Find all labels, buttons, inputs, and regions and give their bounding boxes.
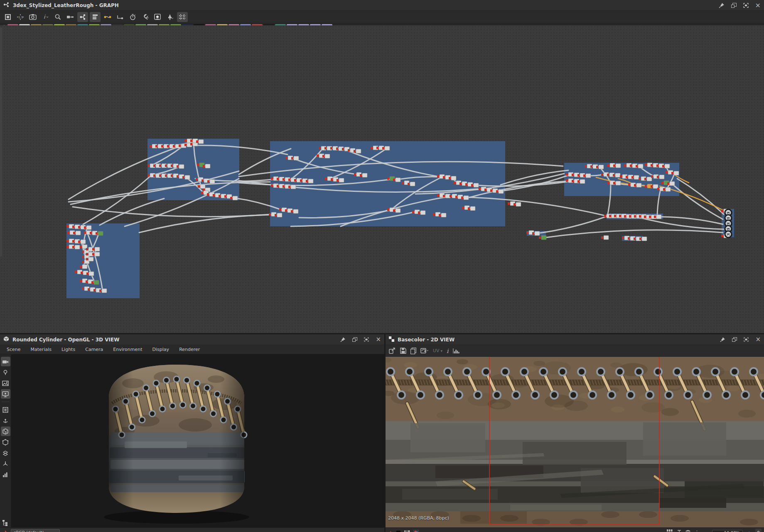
geometry-cube-icon[interactable] — [1, 437, 10, 447]
maximize-icon[interactable] — [364, 337, 369, 342]
graph-node[interactable] — [670, 181, 675, 186]
maximize-icon[interactable] — [744, 337, 749, 342]
zoom-in-button[interactable]: + — [747, 530, 751, 532]
graph-node[interactable] — [200, 184, 205, 189]
info-icon[interactable]: i — [447, 348, 448, 354]
zoom-value[interactable]: 19.87% — [712, 530, 743, 532]
menu-renderer[interactable]: Renderer — [175, 346, 204, 353]
graph-node[interactable] — [599, 165, 604, 169]
display-settings-icon[interactable] — [1, 389, 10, 399]
graph-node[interactable] — [580, 179, 585, 184]
pin-icon[interactable] — [720, 337, 725, 342]
graph-view-icon[interactable] — [77, 12, 88, 22]
export-image-icon[interactable] — [389, 348, 396, 354]
graph-node[interactable] — [396, 178, 400, 182]
graph-node[interactable] — [470, 206, 475, 211]
close-icon[interactable]: × — [755, 2, 761, 9]
graph-node[interactable] — [95, 252, 100, 256]
graph-node[interactable] — [339, 178, 344, 182]
camera-icon[interactable] — [1, 357, 10, 366]
graph-node[interactable] — [385, 146, 390, 150]
fit-view-icon[interactable] — [2, 12, 13, 22]
graph-node[interactable] — [362, 173, 367, 177]
graph-node[interactable] — [75, 245, 80, 249]
lock-zoom-icon[interactable] — [755, 529, 762, 532]
graph-node[interactable] — [294, 156, 299, 160]
graph-node[interactable] — [420, 211, 425, 215]
menu-camera[interactable]: Camera — [81, 346, 107, 353]
stack-view-icon[interactable] — [90, 12, 101, 22]
graph-node[interactable] — [277, 213, 282, 217]
tiling-grid-icon[interactable] — [667, 529, 673, 532]
graph-node[interactable] — [541, 235, 546, 240]
pin-icon[interactable] — [340, 337, 346, 342]
graph-node[interactable] — [325, 154, 330, 158]
float-window-icon[interactable] — [732, 337, 737, 342]
graph-node[interactable] — [634, 175, 639, 179]
graph-node[interactable] — [88, 257, 93, 261]
graph-node[interactable] — [616, 164, 621, 168]
transform-axes-icon[interactable] — [1, 416, 10, 425]
pin-icon[interactable] — [719, 2, 725, 8]
graph-node[interactable] — [516, 202, 521, 206]
graph-node[interactable] — [95, 247, 100, 251]
focus-node-icon[interactable] — [152, 12, 163, 22]
close-icon[interactable]: × — [376, 336, 381, 343]
search-icon[interactable] — [52, 12, 63, 22]
graph-node[interactable] — [665, 164, 670, 168]
graph-node[interactable] — [666, 187, 671, 191]
uv-toggle[interactable]: UV ▾ — [433, 348, 442, 353]
graph-node[interactable] — [82, 265, 87, 269]
float-window-icon[interactable] — [352, 337, 357, 342]
output-node[interactable] — [725, 231, 732, 238]
graph-node[interactable] — [410, 182, 415, 186]
graph-node[interactable] — [210, 179, 215, 184]
menu-lights[interactable]: Lights — [57, 346, 79, 353]
grayscale-channels-icon[interactable] — [404, 529, 410, 532]
graph-node[interactable] — [199, 140, 204, 144]
graph-node[interactable] — [98, 231, 103, 235]
menu-environment[interactable]: Environment — [109, 346, 146, 353]
graph-node[interactable] — [396, 208, 400, 213]
ruler-icon[interactable] — [677, 529, 682, 532]
menu-materials[interactable]: Materials — [27, 346, 56, 353]
graph-node[interactable] — [464, 196, 469, 200]
transform-view-icon[interactable] — [420, 348, 429, 354]
menu-display[interactable]: Display — [148, 346, 174, 353]
graph-node[interactable] — [233, 196, 238, 200]
graph-node[interactable] — [499, 189, 504, 194]
graph-node[interactable] — [356, 149, 361, 153]
graph-node[interactable] — [615, 173, 620, 177]
colorspace-select[interactable]: sRGB (default)▾ — [11, 529, 60, 532]
graph-node[interactable] — [674, 171, 679, 175]
float-window-icon[interactable] — [731, 3, 737, 8]
graph-node[interactable] — [185, 175, 190, 179]
graph-node[interactable] — [451, 176, 456, 180]
graph-node[interactable] — [308, 179, 313, 183]
graph-node[interactable] — [535, 231, 540, 235]
graph-node[interactable] — [94, 280, 99, 284]
info-icon[interactable]: i — [40, 12, 51, 22]
light-icon[interactable] — [1, 368, 10, 377]
graph-node[interactable] — [89, 272, 94, 276]
graph-node[interactable] — [616, 181, 621, 185]
graph-node[interactable] — [81, 240, 86, 244]
graph-node[interactable] — [586, 174, 591, 178]
stats-bars-icon[interactable] — [1, 470, 10, 479]
graph-node[interactable] — [179, 164, 184, 169]
background-swatch[interactable] — [396, 529, 401, 532]
clipboard-icon[interactable] — [686, 529, 690, 532]
compute-timings-icon[interactable] — [127, 12, 138, 22]
perspective-cube-icon[interactable] — [1, 427, 10, 436]
graph-node[interactable] — [659, 175, 664, 179]
graph-node[interactable] — [656, 215, 661, 219]
graph-canvas[interactable] — [0, 25, 764, 333]
uv-layers-icon[interactable] — [1, 448, 10, 458]
wireframe-cube-icon[interactable] — [1, 405, 10, 414]
zoom-out-button[interactable]: − — [704, 530, 708, 532]
histogram-icon[interactable] — [453, 348, 459, 354]
menu-scene[interactable]: Scene — [2, 346, 25, 353]
maximize-icon[interactable] — [743, 3, 749, 8]
paint-icon[interactable] — [165, 12, 175, 22]
frame-grid-icon[interactable] — [177, 12, 188, 22]
